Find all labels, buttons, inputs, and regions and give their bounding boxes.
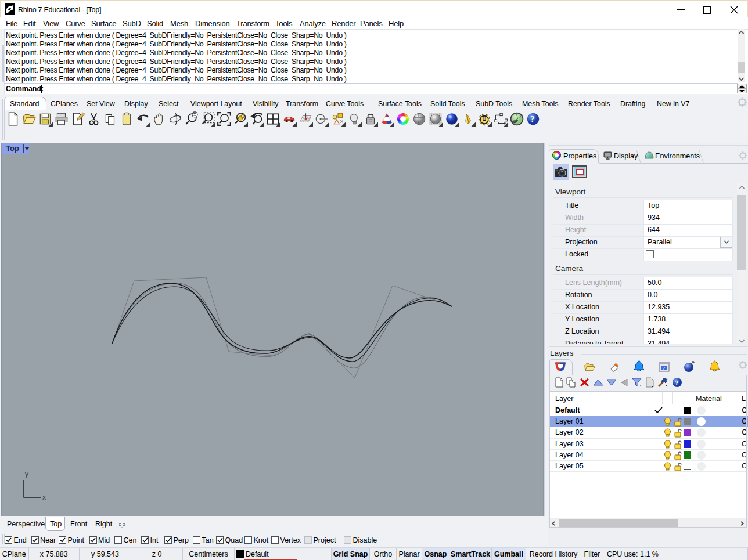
svg-text:?: ? — [663, 366, 666, 371]
svg-text:?: ? — [675, 379, 679, 387]
svg-text:y: y — [25, 470, 28, 478]
svg-text:?: ? — [530, 114, 535, 124]
svg-text:x: x — [42, 493, 46, 501]
